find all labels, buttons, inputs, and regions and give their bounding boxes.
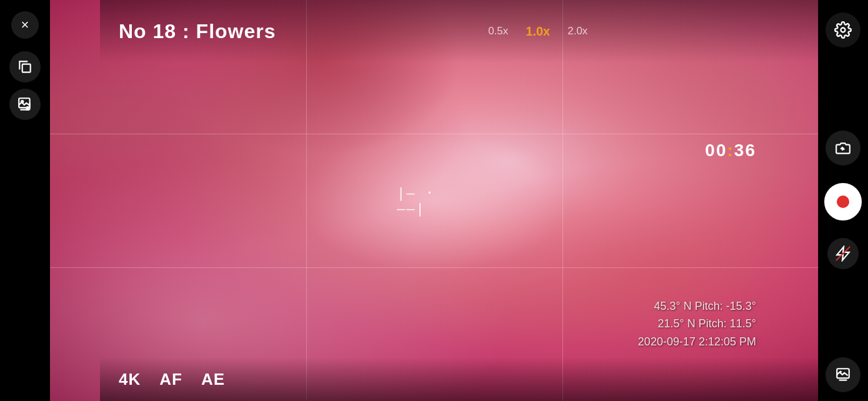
- svg-text:1: 1: [26, 106, 29, 111]
- settings-button[interactable]: [826, 12, 861, 47]
- focus-bracket-text: |— · ——|: [397, 185, 472, 216]
- svg-rect-8: [839, 380, 847, 381]
- svg-rect-0: [22, 64, 31, 72]
- viewfinder[interactable]: |— · ——| No 18 : Flowers 0.5x 1.0x 2.0x …: [50, 0, 819, 401]
- copy-icon: [17, 59, 33, 75]
- right-sidebar: [818, 0, 868, 401]
- right-info-overlay: 45.3° N Pitch: -15.3° 21.5° N Pitch: 11.…: [638, 297, 756, 351]
- label-4k: 4K: [119, 370, 141, 389]
- left-sidebar: × 1: [0, 0, 50, 401]
- gallery-icon: [835, 367, 851, 383]
- close-button[interactable]: ×: [11, 11, 39, 39]
- svg-point-2: [21, 101, 23, 102]
- settings-icon: [834, 21, 852, 39]
- timer-seconds: 36: [734, 141, 756, 160]
- record-button[interactable]: [824, 183, 862, 220]
- gallery-select-button[interactable]: 1: [9, 89, 41, 120]
- svg-point-4: [841, 28, 846, 32]
- copy-icon-button[interactable]: [9, 51, 41, 82]
- orientation-line2: 21.5° N Pitch: 11.5°: [638, 315, 756, 333]
- datetime-display: 2020-09-17 2:12:05 PM: [638, 333, 756, 351]
- orientation-line1: 45.3° N Pitch: -15.3°: [638, 297, 756, 315]
- focus-bracket: |— · ——|: [397, 188, 472, 213]
- flip-camera-button[interactable]: [826, 131, 861, 166]
- flip-camera-icon: [835, 140, 851, 156]
- label-ae: AE: [201, 370, 225, 389]
- timer-colon: :: [727, 141, 734, 160]
- gallery-button[interactable]: [826, 357, 861, 392]
- gallery-select-icon: 1: [17, 96, 33, 112]
- bottom-bar: 4K AF AE: [100, 357, 819, 401]
- svg-point-7: [840, 371, 842, 373]
- label-af: AF: [159, 370, 182, 389]
- timer-hours: 00: [705, 141, 727, 160]
- flash-off-button[interactable]: [827, 238, 859, 269]
- record-indicator: [837, 196, 849, 208]
- timer-display: 00:36: [705, 141, 756, 161]
